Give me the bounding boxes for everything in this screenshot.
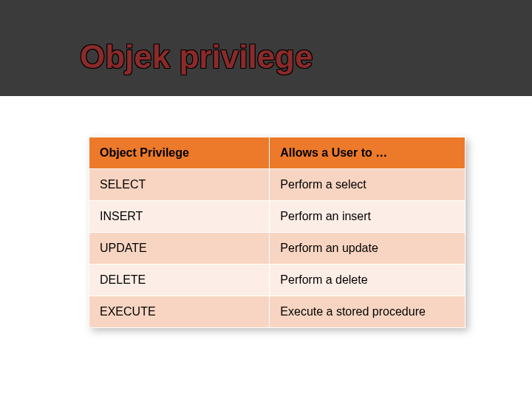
cell-privilege: SELECT: [89, 169, 270, 201]
cell-privilege: UPDATE: [89, 233, 270, 265]
cell-allows: Execute a stored procedure: [270, 296, 466, 328]
cell-allows: Perform an update: [270, 233, 466, 265]
table-row: INSERT Perform an insert: [89, 201, 466, 233]
table-header-privilege: Object Privilege: [89, 137, 270, 169]
cell-privilege: INSERT: [89, 201, 270, 233]
privilege-table: Object Privilege Allows a User to … SELE…: [89, 137, 466, 328]
title-bar: Objek privilege: [0, 0, 532, 96]
table-header-row: Object Privilege Allows a User to …: [89, 137, 466, 169]
table-row: SELECT Perform a select: [89, 169, 466, 201]
cell-privilege: EXECUTE: [89, 296, 270, 328]
table-row: DELETE Perform a delete: [89, 265, 466, 296]
cell-privilege: DELETE: [89, 265, 270, 296]
page-title: Objek privilege: [80, 38, 313, 75]
table-row: EXECUTE Execute a stored procedure: [89, 296, 466, 328]
table-header-allows: Allows a User to …: [270, 137, 466, 169]
cell-allows: Perform a select: [270, 169, 466, 201]
cell-allows: Perform a delete: [270, 265, 466, 296]
table-row: UPDATE Perform an update: [89, 233, 466, 265]
cell-allows: Perform an insert: [270, 201, 466, 233]
